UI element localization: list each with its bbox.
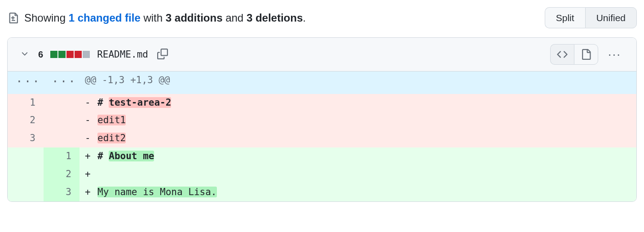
diff-code[interactable]: -# test-area-2 bbox=[79, 94, 636, 112]
rendered-view-button[interactable] bbox=[574, 44, 598, 65]
diff-line-del: 1-# test-area-2 bbox=[8, 94, 636, 112]
diffstat-bar bbox=[50, 51, 90, 58]
file-header: 6 README.md ··· bbox=[8, 38, 636, 71]
new-line-number[interactable]: 2 bbox=[44, 165, 79, 183]
new-line-number[interactable]: 1 bbox=[44, 147, 79, 165]
diff-code[interactable]: -edit2 bbox=[79, 129, 636, 147]
diff-marker: + bbox=[85, 165, 97, 183]
old-line-number[interactable] bbox=[8, 147, 44, 165]
new-line-number[interactable] bbox=[44, 94, 79, 112]
old-line-number[interactable]: 2 bbox=[8, 112, 44, 129]
diff-marker: - bbox=[85, 129, 97, 147]
file-icon bbox=[581, 49, 591, 60]
chevron-down-icon bbox=[20, 49, 29, 58]
removed-text: test-area-2 bbox=[109, 97, 171, 108]
diff-marker: - bbox=[85, 94, 97, 112]
file-menu-button[interactable]: ··· bbox=[604, 45, 626, 64]
old-line-number[interactable] bbox=[8, 183, 44, 201]
new-line-number[interactable] bbox=[44, 112, 79, 129]
split-view-button[interactable]: Split bbox=[545, 7, 585, 28]
diff-summary: Showing 1 changed file with 3 additions … bbox=[7, 12, 306, 24]
old-line-number[interactable]: 3 bbox=[8, 129, 44, 147]
kebab-icon: ··· bbox=[608, 47, 621, 61]
collapse-file-toggle[interactable] bbox=[18, 48, 31, 62]
copy-path-button[interactable] bbox=[155, 47, 170, 62]
diff-icon bbox=[7, 13, 18, 23]
hunk-header-row: ······@@ -1,3 +1,3 @@ bbox=[8, 71, 636, 94]
diff-summary-text: Showing 1 changed file with 3 additions … bbox=[24, 12, 306, 24]
diff-table: ······@@ -1,3 +1,3 @@1-# test-area-22-ed… bbox=[8, 71, 636, 201]
expand-hunk[interactable]: ··· bbox=[44, 71, 79, 94]
removed-text: edit1 bbox=[97, 115, 126, 125]
diff-code[interactable]: + bbox=[79, 165, 636, 183]
diff-line-del: 3-edit2 bbox=[8, 129, 636, 147]
removed-text: edit2 bbox=[97, 133, 126, 143]
diff-marker: - bbox=[85, 112, 97, 129]
diff-line-add: 3+My name is Mona Lisa. bbox=[8, 183, 636, 201]
view-mode-toggle: Split Unified bbox=[545, 7, 637, 28]
hunk-header: @@ -1,3 +1,3 @@ bbox=[79, 71, 636, 94]
display-mode-toggle bbox=[550, 44, 598, 65]
diffstat-count: 6 bbox=[38, 49, 43, 60]
added-text: About me bbox=[109, 151, 154, 161]
diff-marker: + bbox=[85, 147, 97, 165]
diff-code[interactable]: -edit1 bbox=[79, 112, 636, 129]
new-line-number[interactable]: 3 bbox=[44, 183, 79, 201]
code-icon bbox=[557, 49, 568, 60]
expand-hunk[interactable]: ··· bbox=[8, 71, 44, 94]
source-view-button[interactable] bbox=[550, 44, 574, 65]
unified-view-button[interactable]: Unified bbox=[585, 7, 637, 28]
old-line-number[interactable]: 1 bbox=[8, 94, 44, 112]
diff-code[interactable]: +My name is Mona Lisa. bbox=[79, 183, 636, 201]
diff-file: 6 README.md ··· ······@@ -1,3 +1,3 @@1-#… bbox=[7, 37, 637, 202]
old-line-number[interactable] bbox=[8, 165, 44, 183]
diff-line-add: 1+# About me bbox=[8, 147, 636, 165]
copy-icon bbox=[157, 49, 168, 59]
added-text: My name is Mona Lisa. bbox=[97, 187, 217, 197]
diff-line-add: 2+ bbox=[8, 165, 636, 183]
diff-marker: + bbox=[85, 183, 97, 201]
diff-toolbar: Showing 1 changed file with 3 additions … bbox=[7, 7, 637, 28]
changed-files-link[interactable]: 1 changed file bbox=[69, 12, 141, 24]
new-line-number[interactable] bbox=[44, 129, 79, 147]
diff-line-del: 2-edit1 bbox=[8, 112, 636, 129]
diff-code[interactable]: +# About me bbox=[79, 147, 636, 165]
file-name[interactable]: README.md bbox=[97, 49, 148, 60]
